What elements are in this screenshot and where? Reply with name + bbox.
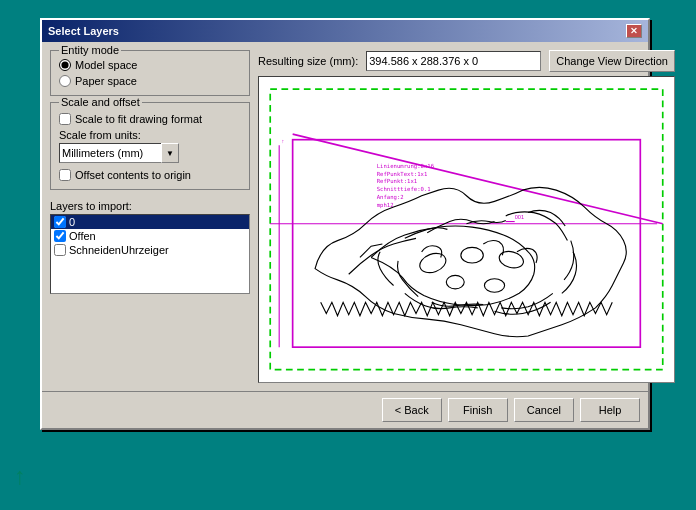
svg-text:Schnitttiefe:0.1: Schnitttiefe:0.1 — [377, 186, 431, 192]
paper-space-row: Paper space — [59, 75, 241, 87]
entity-mode-group: Entity mode Model space Paper space — [50, 50, 250, 96]
close-button[interactable]: ✕ — [626, 24, 642, 38]
right-panel: Resulting size (mm): Change View Directi… — [258, 50, 675, 383]
scale-offset-group: Scale and offset Scale to fit drawing fo… — [50, 102, 250, 190]
layers-label: Layers to import: — [50, 200, 250, 212]
layer-offen-checkbox[interactable] — [54, 230, 66, 242]
layer-item-0[interactable]: 0 — [51, 215, 249, 229]
fit-drawing-label: Scale to fit drawing format — [75, 113, 202, 125]
layer-schneiden-checkbox[interactable] — [54, 244, 66, 256]
change-view-direction-button[interactable]: Change View Direction — [549, 50, 675, 72]
offset-label: Offset contents to origin — [75, 169, 191, 181]
svg-rect-0 — [259, 78, 674, 381]
model-space-radio[interactable] — [59, 59, 71, 71]
scale-offset-title: Scale and offset — [59, 96, 142, 108]
svg-text:RefPunkt:1x1: RefPunkt:1x1 — [377, 178, 417, 184]
layer-0-checkbox[interactable] — [54, 216, 66, 228]
scale-from-select[interactable]: Millimeters (mm) — [59, 143, 179, 163]
offset-contents-checkbox[interactable] — [59, 169, 71, 181]
left-panel: Entity mode Model space Paper space Scal… — [50, 50, 250, 383]
back-button[interactable]: < Back — [382, 398, 442, 422]
entity-mode-title: Entity mode — [59, 44, 121, 56]
layer-item-schneiden[interactable]: SchneidenUhrzeiger — [51, 243, 249, 257]
scale-from-wrapper: Millimeters (mm) ▼ — [59, 143, 179, 163]
offset-contents-row: Offset contents to origin — [59, 169, 241, 181]
model-space-row: Model space — [59, 59, 241, 71]
scale-from-row: Scale from units: Millimeters (mm) ▼ — [59, 129, 241, 163]
svg-text:001: 001 — [515, 214, 524, 220]
cancel-button[interactable]: Cancel — [514, 398, 574, 422]
svg-text:Linienumrung:8x16: Linienumrung:8x16 — [377, 163, 434, 170]
svg-text:↑: ↑ — [281, 138, 284, 144]
finish-button[interactable]: Finish — [448, 398, 508, 422]
layer-item-offen[interactable]: Offen — [51, 229, 249, 243]
layers-section: Layers to import: 0 Offen SchneidenUhrze… — [50, 196, 250, 294]
layer-schneiden-name: SchneidenUhrzeiger — [69, 244, 169, 256]
dialog-body: Entity mode Model space Paper space Scal… — [42, 42, 648, 391]
teal-arrow-icon: ↑ — [14, 462, 26, 490]
size-input[interactable] — [366, 51, 541, 71]
preview-area: Linienumrung:8x16 RefPunkText:1x1 RefPun… — [258, 76, 675, 383]
help-button[interactable]: Help — [580, 398, 640, 422]
fit-drawing-checkbox[interactable] — [59, 113, 71, 125]
top-bar: Resulting size (mm): Change View Directi… — [258, 50, 675, 72]
preview-svg: Linienumrung:8x16 RefPunkText:1x1 RefPun… — [259, 77, 674, 382]
dialog-title: Select Layers — [48, 25, 119, 37]
layer-offen-name: Offen — [69, 230, 96, 242]
scale-from-label: Scale from units: — [59, 129, 241, 141]
select-layers-dialog: Select Layers ✕ Entity mode Model space … — [40, 18, 650, 430]
title-bar-buttons: ✕ — [626, 24, 642, 38]
size-label: Resulting size (mm): — [258, 55, 358, 67]
svg-text:RefPunkText:1x1: RefPunkText:1x1 — [377, 171, 428, 177]
model-space-label: Model space — [75, 59, 137, 71]
layer-0-name: 0 — [69, 216, 75, 228]
fit-drawing-row: Scale to fit drawing format — [59, 113, 241, 125]
paper-space-label: Paper space — [75, 75, 137, 87]
paper-space-radio[interactable] — [59, 75, 71, 87]
title-bar: Select Layers ✕ — [42, 20, 648, 42]
svg-text:Anfang:2: Anfang:2 — [377, 194, 404, 201]
layers-list[interactable]: 0 Offen SchneidenUhrzeiger — [50, 214, 250, 294]
dialog-footer: < Back Finish Cancel Help — [42, 391, 648, 428]
